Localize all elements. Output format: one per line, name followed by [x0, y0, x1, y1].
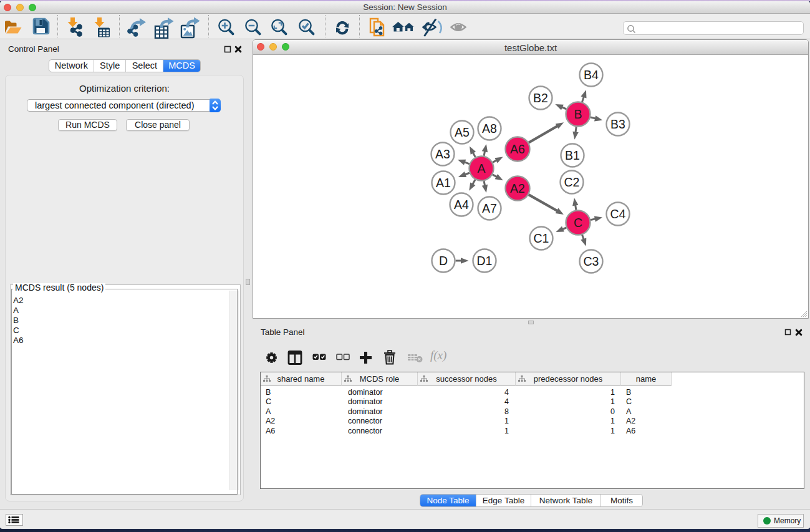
svg-text:C2: C2 — [564, 175, 580, 189]
svg-text:A8: A8 — [482, 122, 497, 135]
svg-text:D: D — [439, 254, 448, 268]
svg-text:B1: B1 — [565, 148, 580, 162]
svg-text:A1: A1 — [436, 176, 451, 190]
svg-text:B4: B4 — [584, 68, 599, 82]
svg-text:C3: C3 — [584, 254, 599, 268]
svg-text:C4: C4 — [610, 207, 626, 221]
svg-text:A3: A3 — [435, 147, 450, 161]
svg-text:A5: A5 — [455, 125, 470, 139]
svg-text:C1: C1 — [534, 231, 549, 245]
svg-text:B2: B2 — [533, 91, 548, 105]
svg-text:A6: A6 — [510, 142, 525, 156]
svg-text:D1: D1 — [477, 254, 493, 268]
svg-text:A7: A7 — [482, 201, 497, 215]
svg-text:B: B — [574, 107, 582, 121]
svg-text:C: C — [574, 216, 582, 230]
svg-text:A: A — [477, 162, 485, 175]
svg-text:A2: A2 — [510, 181, 525, 195]
svg-text:B3: B3 — [610, 117, 625, 131]
svg-text:A4: A4 — [454, 198, 469, 211]
